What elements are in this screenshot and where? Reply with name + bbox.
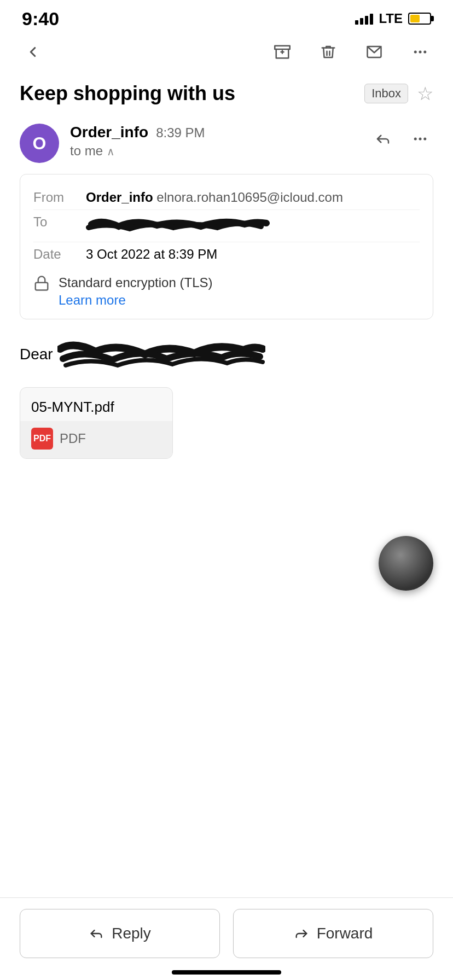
lock-icon: [33, 275, 50, 295]
reply-label: Reply: [112, 925, 151, 942]
dear-text: Dear: [20, 346, 53, 363]
to-row: To: [33, 209, 420, 242]
archive-button[interactable]: [269, 39, 295, 65]
email-details-card: From Order_info elnora.rohan10695@icloud…: [20, 174, 433, 319]
toolbar: [0, 33, 453, 71]
svg-rect-9: [36, 283, 48, 290]
attachment-top: 05-MYNT.pdf: [20, 388, 172, 421]
sender-name: Order_info: [70, 124, 148, 141]
reply-button[interactable]: Reply: [20, 909, 220, 958]
bottom-actions: Reply Forward: [0, 897, 453, 980]
attachment-filename: 05-MYNT.pdf: [31, 399, 114, 415]
home-indicator: [172, 970, 281, 975]
expand-icon[interactable]: ∧: [107, 145, 115, 158]
forward-button[interactable]: Forward: [233, 909, 433, 958]
delete-button[interactable]: [315, 39, 341, 65]
date-row: Date 3 Oct 2022 at 8:39 PM: [33, 242, 420, 266]
signal-icon: [355, 13, 373, 25]
svg-point-5: [423, 51, 426, 54]
sender-info: Order_info 8:39 PM to me ∧: [70, 124, 359, 159]
sender-avatar: O: [20, 124, 59, 163]
star-icon[interactable]: ☆: [417, 83, 433, 104]
svg-point-6: [414, 138, 417, 141]
svg-point-7: [419, 138, 422, 141]
date-label: Date: [33, 247, 77, 262]
encryption-text: Standard encryption (TLS): [59, 275, 212, 290]
sender-time: 8:39 PM: [156, 125, 205, 141]
from-row: From Order_info elnora.rohan10695@icloud…: [33, 185, 420, 209]
attachment-type: PDF: [60, 431, 86, 446]
status-right: LTE: [355, 11, 431, 26]
redacted-to: [86, 214, 272, 234]
status-time: 9:40: [22, 8, 59, 30]
sender-to: to me ∧: [70, 143, 359, 159]
to-value: [86, 214, 272, 237]
learn-more-link[interactable]: Learn more: [59, 293, 212, 308]
more-sender-button[interactable]: [407, 126, 433, 152]
battery-icon: [408, 13, 431, 25]
svg-point-8: [423, 138, 426, 141]
pdf-icon: PDF: [31, 428, 53, 450]
back-button[interactable]: [20, 39, 46, 65]
to-label: To: [33, 214, 77, 230]
attachment-card[interactable]: 05-MYNT.pdf PDF PDF: [20, 387, 173, 459]
status-bar: 9:40 LTE: [0, 0, 453, 33]
svg-point-3: [414, 51, 417, 54]
avatar-letter: O: [33, 133, 47, 154]
more-button[interactable]: [407, 39, 433, 65]
email-body: Dear: [0, 325, 453, 376]
date-value: 3 Oct 2022 at 8:39 PM: [86, 247, 217, 262]
email-subject: Keep shopping with us: [20, 82, 356, 105]
svg-rect-0: [275, 46, 290, 49]
encryption-info: Standard encryption (TLS) Learn more: [59, 275, 212, 308]
redacted-dear-name: [57, 338, 265, 371]
attachment-bottom: PDF PDF: [20, 421, 172, 458]
reply-icon-button[interactable]: [370, 126, 396, 152]
from-value: Order_info elnora.rohan10695@icloud.com: [86, 190, 343, 205]
floating-button[interactable]: [379, 536, 433, 591]
forward-label: Forward: [317, 925, 373, 942]
mail-button[interactable]: [361, 39, 387, 65]
encryption-row: Standard encryption (TLS) Learn more: [33, 266, 420, 308]
sender-row: O Order_info 8:39 PM to me ∧: [0, 110, 453, 168]
sender-action-buttons: [370, 126, 433, 152]
inbox-badge: Inbox: [364, 84, 408, 103]
email-header: Keep shopping with us Inbox ☆: [0, 71, 453, 110]
lte-label: LTE: [379, 11, 403, 26]
from-label: From: [33, 190, 77, 205]
svg-point-4: [419, 51, 422, 54]
